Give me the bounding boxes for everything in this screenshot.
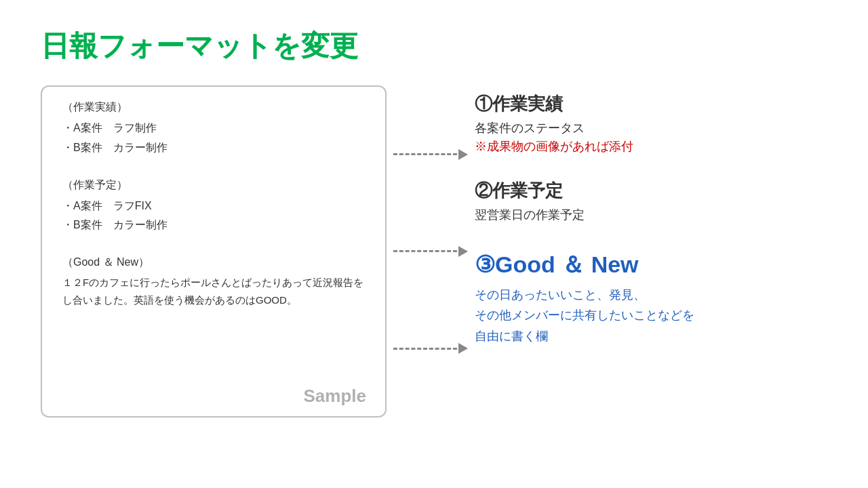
dashed-line-1 — [393, 153, 457, 155]
desc-sub-3: その日あったいいこと、発見、その他メンバーに共有したいことなどを自由に書く欄 — [475, 285, 827, 347]
desc-title-2: ②作業予定 — [475, 179, 827, 203]
arrow-2 — [393, 246, 468, 257]
desc-sub-1: 各案件のステータス — [475, 119, 827, 138]
arrow-head-3 — [458, 343, 468, 354]
sample-section-3: （Good ＆ New） １２Fのカフェに行ったらポールさんとばったりあって近況… — [62, 256, 365, 308]
desc-item-3: ③Good ＆ New その日あったいいこと、発見、その他メンバーに共有したいこ… — [475, 249, 827, 347]
dashed-line-2 — [393, 250, 457, 252]
sample-section-2-item-1: ・A案件 ラフFIX — [62, 197, 365, 216]
arrow-head-1 — [458, 149, 468, 160]
page: 日報フォーマットを変更 （作業実績） ・A案件 ラフ制作 ・B案件 カラー制作 … — [0, 0, 868, 488]
sample-section-2: （作業予定） ・A案件 ラフFIX ・B案件 カラー制作 — [62, 178, 365, 236]
arrow-area — [387, 85, 475, 418]
sample-section-1-item-1: ・A案件 ラフ制作 — [62, 119, 365, 138]
sample-section-2-item-2: ・B案件 カラー制作 — [62, 216, 365, 235]
sample-box: （作業実績） ・A案件 ラフ制作 ・B案件 カラー制作 （作業予定） ・A案件 … — [41, 85, 387, 418]
page-title: 日報フォーマットを変更 — [41, 27, 827, 65]
content-area: （作業実績） ・A案件 ラフ制作 ・B案件 カラー制作 （作業予定） ・A案件 … — [41, 85, 827, 418]
sample-section-1: （作業実績） ・A案件 ラフ制作 ・B案件 カラー制作 — [62, 100, 365, 158]
sample-section-1-item-2: ・B案件 カラー制作 — [62, 138, 365, 158]
arrow-1 — [393, 149, 468, 160]
desc-sub-2: 翌営業日の作業予定 — [475, 205, 827, 225]
desc-title-1: ①作業実績 — [475, 92, 827, 116]
sample-section-2-title: （作業予定） — [62, 178, 365, 192]
desc-title-3: ③Good ＆ New — [475, 249, 827, 281]
desc-item-2: ②作業予定 翌営業日の作業予定 — [475, 179, 827, 225]
sample-watermark: Sample — [304, 386, 367, 407]
arrow-3 — [393, 343, 468, 354]
sample-section-1-title: （作業実績） — [62, 100, 365, 115]
desc-note-1: ※成果物の画像があれば添付 — [475, 138, 827, 155]
sample-section-3-body: １２Fのカフェに行ったらポールさんとばったりあって近況報告をし合いました。英語を… — [62, 274, 365, 308]
sample-section-3-title: （Good ＆ New） — [62, 256, 365, 270]
arrow-head-2 — [458, 246, 468, 257]
descriptions: ①作業実績 各案件のステータス ※成果物の画像があれば添付 ②作業予定 翌営業日… — [475, 85, 827, 371]
dashed-line-3 — [393, 348, 457, 350]
desc-item-1: ①作業実績 各案件のステータス ※成果物の画像があれば添付 — [475, 92, 827, 155]
